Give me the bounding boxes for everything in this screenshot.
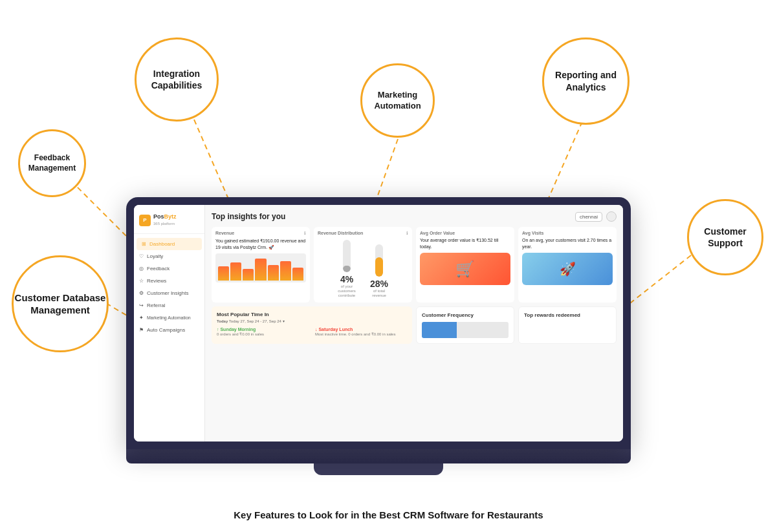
morning-item: ↑ Sunday Morning 0 orders and ₹0.00 in s… [217,327,309,336]
sidebar-item-marketing[interactable]: ✦ Marketing Automation [134,312,204,324]
bar-7 [292,268,303,281]
revenue-distribution-card: Revenue Distribution ℹ 4% [314,227,412,303]
laptop-mockup: P PosBytz365 platform ⊞ Dashboard ♡ Loya… [126,197,631,475]
revenue-card: Revenue ℹ You gained estimated ₹1910.00 … [212,227,310,303]
lunch-item: ↓ Saturday Lunch Most inactive time. 0 o… [315,327,407,336]
pct2-block: 28% of total revenue [366,244,392,298]
bar-2 [230,262,241,281]
bar-3 [243,269,254,281]
cart-icon: 🛒 [455,260,475,278]
freq-rewards-row: Customer Frequency Top rewards redeemed [416,306,617,344]
rewards-card: Top rewards redeemed [518,306,617,344]
sidebar-item-insights[interactable]: ⚙ Customer Insights [134,287,204,299]
user-avatar[interactable] [606,211,617,222]
sidebar-loyalty-label: Loyalty [147,253,163,259]
revenue-card-header: Revenue ℹ [215,231,306,236]
rocket-image: 🚀 [522,253,613,285]
sidebar-item-feedback[interactable]: ◎ Feedback [134,262,204,275]
lunch-detail: Most inactive time. 0 orders and ₹0.00 i… [315,332,407,336]
screen-main: Top insights for you chennai Revenue ℹ [205,205,623,442]
info-icon-2: ℹ [406,231,408,236]
customer-support-bubble: Customer Support [687,199,763,275]
campaigns-icon: ⚑ [139,327,144,333]
morning-arrow: ↑ Sunday Morning [217,327,309,332]
sidebar-marketing-label: Marketing Automation [147,315,191,320]
pct2-label: of total revenue [366,289,392,298]
insights-icon: ⚙ [139,290,144,296]
laptop-base [126,449,631,463]
laptop-screen-body: P PosBytz365 platform ⊞ Dashboard ♡ Loya… [126,197,631,449]
svg-line-5 [621,255,691,310]
pct1-value: 4% [334,274,360,284]
marketing-icon: ✦ [139,315,144,321]
dashboard-icon: ⊞ [142,241,146,247]
revenue-card-value: You gained estimated ₹1910.00 revenue an… [215,238,306,251]
insights-row: Revenue ℹ You gained estimated ₹1910.00 … [212,227,617,303]
revenue-chart [215,253,306,282]
time-items: ↑ Sunday Morning 0 orders and ₹0.00 in s… [217,327,407,336]
location-badge[interactable]: chennai [575,212,602,222]
sidebar-campaigns-label: Auto Campaigns [147,327,185,333]
reporting-bubble: Reporting and Analytics [542,37,629,125]
sidebar-item-reviews[interactable]: ☆ Reviews [134,275,204,287]
logo-icon: P [139,215,151,226]
header-right: chennai [575,211,617,222]
laptop-screen: P PosBytz365 platform ⊞ Dashboard ♡ Loya… [134,205,623,442]
sidebar-item-referral[interactable]: ↪ Referral [134,299,204,312]
popular-time-date: Today Today 27, Sep 24 - 27, Sep 24 ▾ [217,319,407,323]
morning-detail: 0 orders and ₹0.00 in sales [217,332,309,336]
screen-sidebar: P PosBytz365 platform ⊞ Dashboard ♡ Loya… [134,205,205,442]
bar-4 [255,259,266,281]
visits-card-value: On an avg, your customers visit 2.70 tim… [522,237,613,250]
thermometer-row: 4% of your customers contribute 28% [318,240,408,299]
visits-card: Avg Visits On an avg, your customers vis… [518,227,617,303]
loyalty-icon: ♡ [139,253,144,259]
frequency-card: Customer Frequency [416,306,514,344]
screen-page-title: Top insights for you [212,212,285,221]
order-card-header: Avg Order Value [420,231,510,235]
chart-bars [215,255,306,281]
order-value-card: Avg Order Value Your average order value… [416,227,514,303]
popular-time-card: Most Popular Time In Today Today 27, Sep… [212,306,412,344]
referral-icon: ↪ [139,303,144,308]
sidebar-logo: P PosBytz365 platform [134,210,204,234]
page-caption: Key Features to Look for in the Best CRM… [0,509,777,520]
dist-card-header: Revenue Distribution ℹ [318,231,408,236]
rewards-title: Top rewards redeemed [524,312,611,318]
order-card-value: Your average order value is ₹130.52 till… [420,237,510,250]
screen-header: Top insights for you chennai [212,211,617,222]
info-icon: ℹ [304,231,306,236]
sidebar-item-loyalty[interactable]: ♡ Loyalty [134,250,204,262]
frequency-title: Customer Frequency [422,312,509,318]
bottom-row: Most Popular Time In Today Today 27, Sep… [212,306,617,344]
integration-bubble: Integration Capabilities [135,37,219,122]
frequency-bar [422,322,509,338]
sidebar-reviews-label: Reviews [147,278,166,284]
cart-image: 🛒 [420,253,510,285]
feedback-bubble: Feedback Management [18,129,86,197]
reviews-icon: ☆ [139,278,144,284]
pct1-label: of your customers contribute [334,284,360,299]
laptop-stand [314,463,443,475]
pct2-value: 28% [366,279,392,289]
logo-text: PosBytz365 platform [153,214,177,227]
bar-6 [280,261,291,281]
lunch-arrow: ↓ Saturday Lunch [315,327,407,332]
marketing-bubble: Marketing Automation [360,63,435,138]
bar-1 [218,266,229,281]
sidebar-item-dashboard[interactable]: ⊞ Dashboard [137,238,202,250]
bar-5 [268,265,279,281]
pct1-block: 4% of your customers contribute [334,240,360,299]
feedback-icon: ◎ [139,266,144,271]
sidebar-referral-label: Referral [147,303,165,308]
sidebar-insights-label: Customer Insights [147,290,188,296]
popular-time-title: Most Popular Time In [217,312,407,317]
visits-card-header: Avg Visits [522,231,613,235]
sidebar-dashboard-label: Dashboard [149,241,175,247]
sidebar-feedback-label: Feedback [147,266,170,271]
customer-db-bubble: Customer Database Management [12,255,109,352]
sidebar-item-campaigns[interactable]: ⚑ Auto Campaigns [134,324,204,336]
rocket-icon: 🚀 [560,261,576,277]
